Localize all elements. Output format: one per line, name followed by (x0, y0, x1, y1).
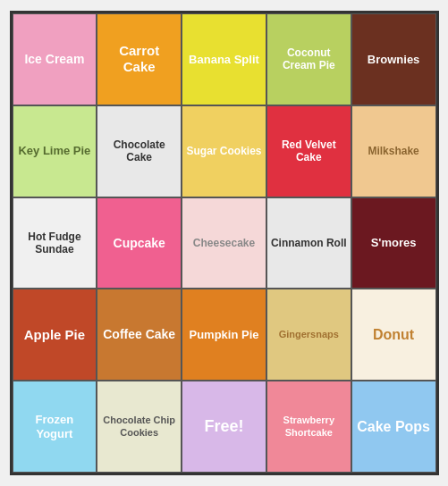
bingo-cell-r1c1[interactable]: Chocolate Cake (97, 105, 182, 197)
bingo-cell-r2c2[interactable]: Cheesecake (182, 197, 266, 289)
bingo-cell-r1c3[interactable]: Red Velvet Cake (266, 105, 351, 197)
bingo-cell-r2c3[interactable]: Cinnamon Roll (266, 197, 351, 289)
bingo-cell-r3c4[interactable]: Donut (351, 289, 436, 381)
bingo-cell-r0c0[interactable]: Ice Cream (13, 13, 97, 105)
bingo-cell-r4c1[interactable]: Chocolate Chip Cookies (97, 381, 182, 473)
bingo-cell-r3c2[interactable]: Pumpkin Pie (182, 289, 266, 381)
bingo-cell-r3c3[interactable]: Gingersnaps (266, 289, 351, 381)
bingo-cell-r0c3[interactable]: Coconut Cream Pie (266, 13, 351, 105)
bingo-cell-r2c0[interactable]: Hot Fudge Sundae (13, 197, 97, 289)
bingo-cell-r1c0[interactable]: Key Lime Pie (13, 105, 97, 197)
bingo-cell-r4c0[interactable]: Frozen Yogurt (13, 381, 97, 473)
bingo-cell-r4c4[interactable]: Cake Pops (351, 381, 436, 473)
bingo-cell-r0c4[interactable]: Brownies (351, 13, 436, 105)
bingo-cell-r1c2[interactable]: Sugar Cookies (182, 105, 266, 197)
bingo-cell-r3c1[interactable]: Coffee Cake (97, 289, 182, 381)
bingo-cell-r3c0[interactable]: Apple Pie (13, 289, 97, 381)
bingo-cell-r2c4[interactable]: S'mores (351, 197, 436, 289)
bingo-cell-r2c1[interactable]: Cupcake (97, 197, 182, 289)
bingo-board: Ice CreamCarrot CakeBanana SplitCoconut … (10, 11, 439, 475)
bingo-cell-r0c1[interactable]: Carrot Cake (97, 13, 182, 105)
bingo-cell-r1c4[interactable]: Milkshake (351, 105, 436, 197)
bingo-cell-r0c2[interactable]: Banana Split (182, 13, 266, 105)
bingo-cell-r4c2[interactable]: Free! (182, 381, 266, 473)
bingo-cell-r4c3[interactable]: Strawberry Shortcake (266, 381, 351, 473)
